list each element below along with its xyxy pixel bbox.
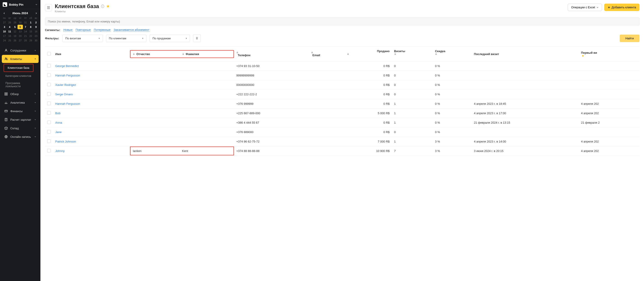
gear-icon[interactable]: [581, 54, 637, 57]
segment-link[interactable]: Потерянные: [94, 28, 110, 32]
sidebar-item-staff[interactable]: Сотрудники: [2, 46, 38, 54]
cell-visits: 1: [392, 137, 433, 146]
sidebar-subitem-client-db[interactable]: Клиентская база: [4, 64, 34, 72]
chevron-down-icon: [34, 101, 36, 104]
row-checkbox[interactable]: [47, 92, 51, 96]
cell-first-visit: [579, 71, 640, 80]
calendar-day[interactable]: 30: [18, 20, 23, 25]
main-content: Клиентская база Клиенты Операции с Excel…: [40, 0, 644, 281]
row-checkbox[interactable]: [47, 149, 51, 152]
filter-clients-select[interactable]: По клиентам▾: [106, 35, 146, 42]
sidebar-subitem-loyalty[interactable]: Программа лояльности: [2, 80, 38, 90]
clear-filters-button[interactable]: [193, 34, 201, 42]
search-input[interactable]: [45, 18, 640, 26]
client-name-link[interactable]: Jane: [55, 130, 62, 134]
client-name-link[interactable]: Serge Omaro: [55, 93, 73, 96]
calendar-day[interactable]: 15: [28, 29, 33, 34]
calendar-day[interactable]: 5: [12, 25, 18, 29]
calendar-day[interactable]: 20: [18, 34, 23, 38]
calendar-day[interactable]: 10: [2, 29, 7, 34]
add-client-button[interactable]: Добавить клиента: [604, 4, 640, 11]
row-checkbox[interactable]: [47, 83, 51, 86]
calendar-day[interactable]: 18: [7, 34, 12, 38]
client-name-link[interactable]: Johnny: [55, 149, 65, 153]
segment-link[interactable]: Заканчивается абонемент: [114, 28, 149, 32]
row-checkbox[interactable]: [47, 139, 51, 143]
client-name-link[interactable]: Bob: [55, 112, 60, 115]
calendar-prev-button[interactable]: [3, 12, 6, 14]
sidebar-item-overview[interactable]: Обзор: [2, 90, 38, 98]
row-checkbox[interactable]: [47, 102, 51, 105]
calendar-day[interactable]: 30: [34, 38, 38, 43]
calendar-day[interactable]: 26: [12, 38, 18, 43]
client-name-link[interactable]: Anna: [55, 121, 62, 124]
sidebar-item-payroll[interactable]: Расчет зарплат: [2, 116, 38, 124]
calendar-day[interactable]: 4: [7, 25, 12, 29]
sidebar-item-analytics[interactable]: Аналитика: [2, 98, 38, 107]
calendar-day[interactable]: 28: [23, 38, 28, 43]
calendar-day[interactable]: 22: [28, 34, 33, 38]
sidebar-item-online[interactable]: Онлайн-запись: [2, 133, 38, 141]
row-checkbox[interactable]: [47, 73, 51, 77]
calendar-day[interactable]: 8: [28, 25, 33, 29]
row-checkbox[interactable]: [47, 64, 51, 68]
cell-visits: 0: [392, 80, 433, 90]
lock-icon: [435, 53, 469, 55]
sidebar-subitem-client-cats[interactable]: Категории клиентов: [2, 72, 38, 80]
clients-table-wrap: Имя Отчество Фамилия Телефон Email Прода…: [45, 47, 640, 279]
cell-first-visit: 4 апреля 202: [579, 146, 640, 156]
calendar-day[interactable]: 12: [12, 29, 18, 34]
calendar-day[interactable]: 11: [7, 29, 12, 34]
calendar-next-button[interactable]: [35, 12, 37, 14]
star-icon[interactable]: [106, 5, 110, 8]
brand-selector[interactable]: ◣ Bobby Pin: [0, 0, 40, 9]
segment-link[interactable]: Повторные: [76, 28, 91, 32]
calendar-day[interactable]: 6: [18, 25, 23, 29]
filter-visits-select[interactable]: По визитам▾: [62, 35, 103, 42]
calendar-day[interactable]: 29: [28, 38, 33, 43]
excel-operations-button[interactable]: Операции с Excel: [568, 4, 602, 11]
sidebar-item-finance[interactable]: Финансы: [2, 107, 38, 115]
row-checkbox[interactable]: [47, 121, 51, 124]
select-all-checkbox[interactable]: [47, 52, 51, 56]
calendar-day[interactable]: 7: [23, 25, 28, 29]
calendar-day[interactable]: 16: [34, 29, 38, 34]
calendar-day[interactable]: 13: [18, 29, 23, 34]
row-checkbox[interactable]: [47, 130, 51, 134]
calendar-day[interactable]: 3: [2, 25, 7, 29]
filter-sales-select[interactable]: По продажам▾: [150, 35, 190, 42]
col-name: Имя: [53, 47, 130, 61]
cell-phone: +376 999999: [234, 99, 309, 109]
calendar-day[interactable]: 17: [2, 34, 7, 38]
table-row: Xavier Rodrigez000000000000 R$00 %: [45, 80, 640, 90]
search-button[interactable]: Найти: [620, 35, 640, 42]
row-checkbox[interactable]: [47, 111, 51, 115]
sidebar-item-warehouse[interactable]: Склад: [2, 124, 38, 132]
calendar-day[interactable]: 31: [23, 20, 28, 25]
calendar-day[interactable]: 27: [18, 38, 23, 43]
menu-toggle-button[interactable]: [45, 4, 52, 11]
client-name-link[interactable]: Xavier Rodrigez: [55, 83, 76, 87]
calendar-day[interactable]: 25: [7, 38, 12, 43]
client-name-link[interactable]: Hannah Fergusson: [55, 102, 80, 105]
calendar-day[interactable]: 29: [12, 20, 18, 25]
client-name-link[interactable]: Hannah Fergusson: [55, 74, 80, 77]
segment-link[interactable]: Новые: [64, 28, 72, 32]
calendar-day[interactable]: 27: [2, 20, 7, 25]
calendar-day[interactable]: 23: [34, 34, 38, 38]
calendar-day[interactable]: 24: [2, 38, 7, 43]
globe-icon: [4, 135, 8, 138]
client-name-link[interactable]: George Bennedict: [55, 64, 79, 68]
calendar-day[interactable]: 19: [12, 34, 18, 38]
calendar-day[interactable]: 28: [7, 20, 12, 25]
calendar-day[interactable]: 14: [23, 29, 28, 34]
info-icon[interactable]: [101, 5, 104, 8]
cell-phone: +386 4 444 55 67: [234, 118, 309, 127]
sidebar-item-clients[interactable]: Клиенты: [2, 55, 38, 63]
calendar-day[interactable]: 9: [34, 25, 38, 29]
table-row: Anna+386 4 444 55 670 R$10 %21 февраля 2…: [45, 118, 640, 127]
client-name-link[interactable]: Patrick Johnson: [55, 140, 76, 143]
calendar-day[interactable]: 1: [28, 20, 33, 25]
calendar-day[interactable]: 2: [34, 20, 38, 25]
calendar-day[interactable]: 21: [23, 34, 28, 38]
